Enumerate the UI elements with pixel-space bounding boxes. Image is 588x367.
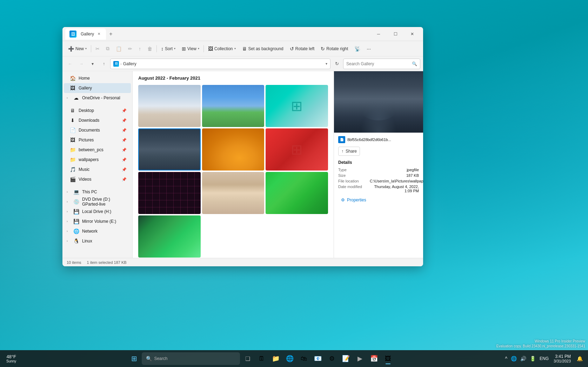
date-modified-label: Date modified xyxy=(338,185,362,193)
sidebar-item-network[interactable]: › 🌐 Network xyxy=(64,226,131,236)
gallery-item-6[interactable] xyxy=(266,128,328,171)
sort-button[interactable]: ↕ Sort ▾ xyxy=(158,43,178,54)
weather-widget[interactable]: 48°F Sunny xyxy=(4,353,18,364)
gallery-item-3[interactable] xyxy=(266,85,328,127)
view-chevron: ▾ xyxy=(198,47,199,50)
search-box-icon[interactable]: 🔍 xyxy=(412,61,417,66)
delete-button[interactable]: 🗑 xyxy=(145,43,155,54)
photos-button[interactable]: 🖼 xyxy=(382,352,394,365)
gallery-item-5[interactable] xyxy=(202,128,265,171)
gallery-item-9[interactable] xyxy=(266,172,328,214)
lang-indicator[interactable]: ENG xyxy=(540,356,549,361)
sidebar-pictures-label: Pictures xyxy=(79,138,119,142)
sidebar-item-videos[interactable]: 🎬 Videos 📌 xyxy=(64,174,131,184)
sidebar-home-label: Home xyxy=(79,76,127,81)
sidebar-item-this-pc[interactable]: › 💻 This PC xyxy=(64,187,131,197)
close-button[interactable]: ✕ xyxy=(404,28,420,40)
forward-button[interactable]: → xyxy=(76,59,86,69)
gallery-item-7[interactable] xyxy=(138,172,201,214)
sidebar-item-documents[interactable]: 📄 Documents 📌 xyxy=(64,125,131,135)
edge-button[interactable]: 🌐 xyxy=(283,352,296,365)
sidebar-item-gallery[interactable]: 🖼 Gallery xyxy=(64,83,131,93)
minimize-button[interactable]: ─ xyxy=(370,28,387,40)
address-dropdown-arrow[interactable]: ▾ xyxy=(326,62,327,66)
sidebar-item-linux[interactable]: › 🐧 Linux xyxy=(64,236,131,246)
tray-arrow-icon[interactable]: ^ xyxy=(504,355,508,362)
tray-network-icon[interactable]: 🌐 xyxy=(510,355,518,362)
preview-share-button[interactable]: ↑ Share xyxy=(338,147,360,156)
view-button[interactable]: ⊞ View ▾ xyxy=(179,43,202,54)
back-button[interactable]: ← xyxy=(65,59,75,69)
start-button[interactable]: ⊞ xyxy=(128,352,140,365)
gallery-item-1[interactable] xyxy=(138,85,201,127)
toolbar-sep-2 xyxy=(156,45,157,52)
calendar-taskbar[interactable]: 📅 xyxy=(368,352,380,365)
sidebar-item-between-pcs[interactable]: 📁 between_pcs 📌 xyxy=(64,145,131,155)
tray-volume-icon[interactable]: 🔊 xyxy=(519,355,527,362)
maximize-button[interactable]: ☐ xyxy=(387,28,403,40)
up-button[interactable]: ↑ xyxy=(99,59,109,69)
sidebar-item-home[interactable]: 🏠 Home xyxy=(64,73,131,83)
delete-icon: 🗑 xyxy=(147,46,152,52)
sidebar-item-desktop[interactable]: 🖥 Desktop 📌 xyxy=(64,106,131,115)
preview-properties-button[interactable]: ⚙ Properties xyxy=(338,196,419,204)
terminal-button[interactable]: ▶ xyxy=(354,352,366,365)
notepad-button[interactable]: 📝 xyxy=(340,352,352,365)
widgets-button[interactable]: 🗓 xyxy=(255,352,268,365)
sidebar-linux-label: Linux xyxy=(82,239,127,243)
outlook-button[interactable]: 📧 xyxy=(312,352,324,365)
sidebar-item-music[interactable]: 🎵 Music 📌 xyxy=(64,165,131,174)
copy-button[interactable]: ⧉ xyxy=(103,43,112,54)
address-bar-icon: 🖼 xyxy=(113,61,119,67)
share-button[interactable]: ↑ xyxy=(136,43,144,54)
rotate-left-button[interactable]: ↺ Rotate left xyxy=(287,43,318,54)
settings-taskbar[interactable]: ⚙ xyxy=(326,352,338,365)
refresh-button[interactable]: ↻ xyxy=(332,59,342,69)
gallery-item-4[interactable] xyxy=(138,128,201,171)
sidebar-downloads-label: Downloads xyxy=(79,118,119,123)
store-button[interactable]: 🛍 xyxy=(298,352,310,365)
sidebar-item-wallpapers[interactable]: 📁 wallpapers 📌 xyxy=(64,155,131,165)
rename-button[interactable]: ✏ xyxy=(125,43,135,54)
gallery-item-8[interactable] xyxy=(202,172,265,214)
mirror-expand-icon: › xyxy=(67,220,70,223)
sidebar-item-mirror[interactable]: › 💾 Mirror Volume (E:) xyxy=(64,216,131,226)
set-background-button[interactable]: 🖥 Set as background xyxy=(239,43,286,54)
cast-button[interactable]: 📡 xyxy=(352,43,363,54)
gallery-tab-icon: 🖼 xyxy=(69,31,76,38)
local-h-icon: 💾 xyxy=(73,209,79,214)
tray-battery-icon[interactable]: 🔋 xyxy=(529,355,537,362)
sidebar: 🏠 Home 🖼 Gallery › ☁ OneDrive - Personal… xyxy=(62,71,133,258)
collection-button[interactable]: 🖼 Collection ▾ xyxy=(205,43,239,54)
cut-button[interactable]: ✂ xyxy=(93,43,102,54)
taskbar-search[interactable]: 🔍 Search xyxy=(142,352,240,365)
file-explorer-taskbar[interactable]: 📁 xyxy=(269,352,282,365)
address-bar[interactable]: 🖼 › Gallery ▾ xyxy=(110,59,330,69)
more-button[interactable]: ··· xyxy=(364,43,374,54)
notification-button[interactable]: 🔔 xyxy=(576,355,584,362)
clock-widget[interactable]: 3:41 PM 3/31/2023 xyxy=(552,353,573,364)
gallery-item-10[interactable] xyxy=(138,215,201,258)
sidebar-item-dvd-drive[interactable]: › 💿 DVD Drive (D:) GParted-live xyxy=(64,197,131,207)
search-box[interactable]: 🔍 xyxy=(343,59,420,69)
sidebar-item-downloads[interactable]: ⬇ Downloads 📌 xyxy=(64,115,131,125)
rotate-left-label: Rotate left xyxy=(295,46,315,51)
recent-locations-button[interactable]: ▾ xyxy=(88,59,98,69)
sidebar-mirror-label: Mirror Volume (E:) xyxy=(82,219,127,224)
sidebar-item-local-h[interactable]: › 💾 Local Drive (H:) xyxy=(64,207,131,216)
documents-pin-icon: 📌 xyxy=(122,128,127,133)
gallery-item-2[interactable] xyxy=(202,85,265,127)
new-button[interactable]: ➕ New ▾ xyxy=(65,43,89,54)
task-view-button[interactable]: ❑ xyxy=(241,352,254,365)
search-input[interactable] xyxy=(346,61,410,66)
preview-details-heading: Details xyxy=(338,160,419,165)
new-tab-button[interactable]: + xyxy=(106,29,116,39)
sidebar-item-onedrive[interactable]: › ☁ OneDrive - Personal xyxy=(64,93,131,103)
detail-row-type: Type jpegfile xyxy=(338,168,419,172)
tab-close-button[interactable]: ✕ xyxy=(96,31,102,37)
paste-button[interactable]: 📋 xyxy=(113,43,125,54)
sidebar-item-pictures[interactable]: 🖼 Pictures 📌 xyxy=(64,135,131,145)
window-controls: ─ ☐ ✕ xyxy=(370,28,420,40)
tab-gallery[interactable]: 🖼 Gallery ✕ xyxy=(65,28,106,40)
rotate-right-button[interactable]: ↻ Rotate right xyxy=(318,43,351,54)
